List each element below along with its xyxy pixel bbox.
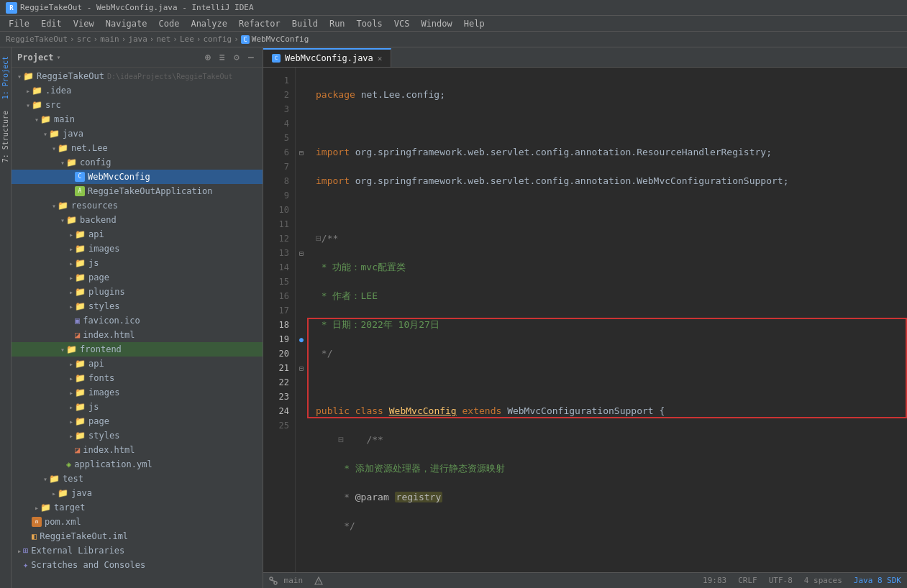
line-endings[interactable]: CRLF — [738, 576, 757, 585]
fold-indicator-6[interactable]: ⊟ — [296, 145, 307, 160]
tree-item-frontend-page[interactable]: ▸ 📁 page — [12, 414, 263, 428]
menu-tools[interactable]: Tools — [351, 17, 388, 30]
tree-item-test-java[interactable]: ▸ 📁 java — [12, 486, 263, 500]
breadcrumb-part[interactable]: ReggieTakeOut — [6, 35, 68, 44]
line-numbers: 1 2 3 4 5 6 7 8 9 10 11 12 13 14 15 16 1… — [263, 68, 296, 572]
tree-item-main[interactable]: ▾ 📁 main — [12, 112, 263, 127]
tree-item-backend-indexhtml[interactable]: ◪ index.html — [12, 328, 263, 342]
settings-icon[interactable]: ⚙ — [231, 52, 242, 63]
tree-label: test — [63, 474, 83, 484]
breadcrumb-part[interactable]: src — [77, 35, 91, 44]
folder-icon: 📁 — [58, 201, 68, 211]
menu-analyze[interactable]: Analyze — [185, 17, 233, 30]
sidebar-wrapper: 1: Project 7: Structure Project ▾ ⊕ ≡ ⚙ … — [0, 47, 263, 588]
tree-item-backend[interactable]: ▾ 📁 backend — [12, 213, 263, 227]
encoding[interactable]: UTF-8 — [769, 576, 793, 585]
tree-item-backend-favicon[interactable]: ▣ favicon.ico — [12, 313, 263, 328]
tab-close-button[interactable]: ✕ — [378, 54, 383, 63]
folder-icon: 📁 — [66, 157, 77, 167]
breadcrumb-part[interactable]: config — [203, 35, 232, 44]
tree-item-config[interactable]: ▾ 📁 config — [12, 155, 263, 170]
menu-build[interactable]: Build — [286, 17, 324, 30]
menu-run[interactable]: Run — [324, 17, 351, 30]
tree-item-backend-styles[interactable]: ▸ 📁 styles — [12, 299, 263, 313]
fold-indicator-13[interactable]: ⊟ — [296, 246, 307, 260]
tree-item-backend-js[interactable]: ▸ 📁 js — [12, 256, 263, 270]
tree-label: External Libraries — [31, 546, 124, 556]
tree-item-idea[interactable]: ▸ 📁 .idea — [12, 83, 263, 98]
tree-item-resources[interactable]: ▾ 📁 resources — [12, 198, 263, 213]
breadcrumb-part[interactable]: java — [128, 35, 147, 44]
svg-text:!: ! — [317, 579, 320, 585]
tree-item-iml[interactable]: ◧ ReggieTakeOut.iml — [12, 529, 263, 543]
tree-label: java — [71, 488, 92, 498]
folder-icon: 📁 — [58, 143, 68, 153]
app-icon: R — [6, 2, 17, 14]
fold-indicator-21[interactable]: ⊟ — [296, 361, 307, 375]
menu-vcs[interactable]: VCS — [388, 17, 416, 30]
main-area: 1: Project 7: Structure Project ▾ ⊕ ≡ ⚙ … — [0, 47, 907, 588]
tree-item-test[interactable]: ▾ 📁 test — [12, 472, 263, 486]
menu-code[interactable]: Code — [153, 17, 186, 30]
code-editor[interactable]: package net.Lee.config; import org.sprin… — [307, 68, 907, 572]
tree-item-frontend-indexhtml[interactable]: ◪ index.html — [12, 443, 263, 457]
tree-label: target — [54, 502, 85, 513]
tree-item-java[interactable]: ▾ 📁 java — [12, 127, 263, 141]
menu-file[interactable]: File — [3, 17, 35, 30]
menu-edit[interactable]: Edit — [35, 17, 68, 30]
vtab-structure[interactable]: 7: Structure — [0, 105, 11, 168]
breadcrumb-part[interactable]: main — [100, 35, 119, 44]
folder-icon: 📁 — [75, 402, 86, 412]
breakpoint-indicator[interactable]: ● — [296, 332, 307, 346]
tree-item-frontend-js[interactable]: ▸ 📁 js — [12, 400, 263, 414]
breadcrumb-current[interactable]: CWebMvcConfig — [241, 35, 309, 44]
tree-label: pom.xml — [45, 517, 81, 527]
tree-item-backend-api[interactable]: ▸ 📁 api — [12, 227, 263, 242]
menu-refactor[interactable]: Refactor — [233, 17, 286, 30]
editor-tab-webmvcconfig[interactable]: C WebMvcConfig.java ✕ — [263, 48, 391, 67]
tree-item-backend-plugins[interactable]: ▸ 📁 plugins — [12, 285, 263, 299]
tree-item-frontend-fonts[interactable]: ▸ 📁 fonts — [12, 371, 263, 385]
status-warnings[interactable]: ! — [314, 576, 323, 585]
tree-item-reggietakeout[interactable]: ▾ 📁 ReggieTakeOut D:\ideaProjects\Reggie… — [12, 69, 263, 83]
svg-point-0 — [270, 577, 273, 580]
ext-lib-icon: ⊞ — [23, 546, 28, 556]
vtab-project[interactable]: 1: Project — [0, 50, 11, 105]
tree-item-backend-page[interactable]: ▸ 📁 page — [12, 270, 263, 285]
tree-item-pomxml[interactable]: m pom.xml — [12, 515, 263, 529]
tree-item-reggietakeoutapp[interactable]: A ReggieTakeOutApplication — [12, 184, 263, 198]
indent-settings[interactable]: 4 spaces — [804, 576, 842, 585]
tree-item-backend-images[interactable]: ▸ 📁 images — [12, 242, 263, 256]
tree-item-frontend-api[interactable]: ▸ 📁 api — [12, 357, 263, 371]
tree-label: net.Lee — [71, 143, 108, 153]
breadcrumb-part[interactable]: Lee — [180, 35, 194, 44]
svg-point-1 — [274, 582, 277, 584]
git-branch[interactable]: main — [269, 576, 303, 585]
tree-item-frontend[interactable]: ▾ 📁 frontend — [12, 342, 263, 357]
tree-label: frontend — [80, 344, 122, 354]
tree-label: index.html — [83, 445, 135, 455]
collapse-icon[interactable]: ≡ — [217, 52, 228, 63]
folder-icon: 📁 — [75, 373, 86, 383]
menu-navigate[interactable]: Navigate — [100, 17, 153, 30]
tree-label: page — [88, 416, 109, 426]
menu-view[interactable]: View — [68, 17, 100, 30]
yml-icon: ◈ — [66, 459, 71, 469]
breadcrumb-part[interactable]: net — [156, 35, 170, 44]
menu-window[interactable]: Window — [415, 17, 457, 30]
locate-icon[interactable]: ⊕ — [202, 52, 214, 63]
folder-icon: 📁 — [75, 287, 86, 297]
tree-label: favicon.ico — [83, 316, 140, 326]
tree-item-ext-libraries[interactable]: ▸ ⊞ External Libraries — [12, 543, 263, 558]
tree-item-frontend-styles[interactable]: ▸ 📁 styles — [12, 428, 263, 443]
tree-item-webmvcconfig[interactable]: C WebMvcConfig — [12, 170, 263, 184]
menu-help[interactable]: Help — [458, 17, 491, 30]
tree-item-src[interactable]: ▾ 📁 src — [12, 98, 263, 112]
tree-item-scratches[interactable]: ✦ Scratches and Consoles — [12, 558, 263, 572]
tree-item-target[interactable]: ▸ 📁 target — [12, 500, 263, 515]
tree-item-applicationyml[interactable]: ◈ application.yml — [12, 457, 263, 472]
project-dropdown-arrow[interactable]: ▾ — [57, 53, 61, 61]
close-panel-icon[interactable]: — — [245, 52, 257, 63]
tree-item-netlee[interactable]: ▾ 📁 net.Lee — [12, 141, 263, 155]
tree-item-frontend-images[interactable]: ▸ 📁 images — [12, 385, 263, 400]
